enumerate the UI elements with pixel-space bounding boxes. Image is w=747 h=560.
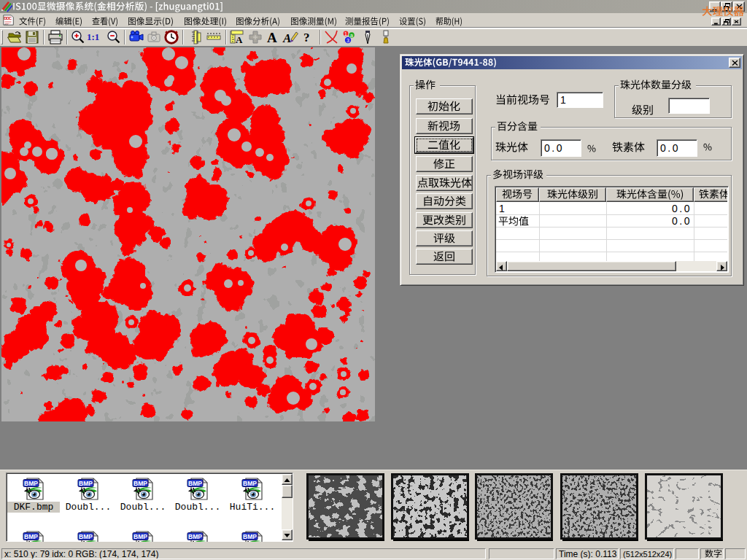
svg-text:A: A [267, 30, 277, 45]
svg-text:a: a [350, 33, 353, 38]
svg-text:BMP: BMP [24, 533, 38, 540]
svg-text:DOC: DOC [4, 16, 12, 20]
svg-text:A: A [282, 31, 291, 45]
svg-text:BMP: BMP [79, 480, 93, 487]
svg-text:?: ? [303, 31, 310, 44]
svg-text:BMP: BMP [79, 533, 93, 540]
svg-text:1: 1 [344, 31, 347, 36]
svg-text:A: A [236, 34, 243, 45]
svg-text:BMP: BMP [188, 533, 202, 540]
svg-text:BMP: BMP [24, 480, 38, 487]
svg-text:BMP: BMP [243, 533, 257, 540]
svg-text:BMP: BMP [133, 533, 147, 540]
svg-text:BMP: BMP [188, 480, 202, 487]
svg-text:BMP: BMP [133, 480, 147, 487]
svg-text:BMP: BMP [243, 480, 257, 487]
svg-text:3: 3 [347, 38, 349, 43]
